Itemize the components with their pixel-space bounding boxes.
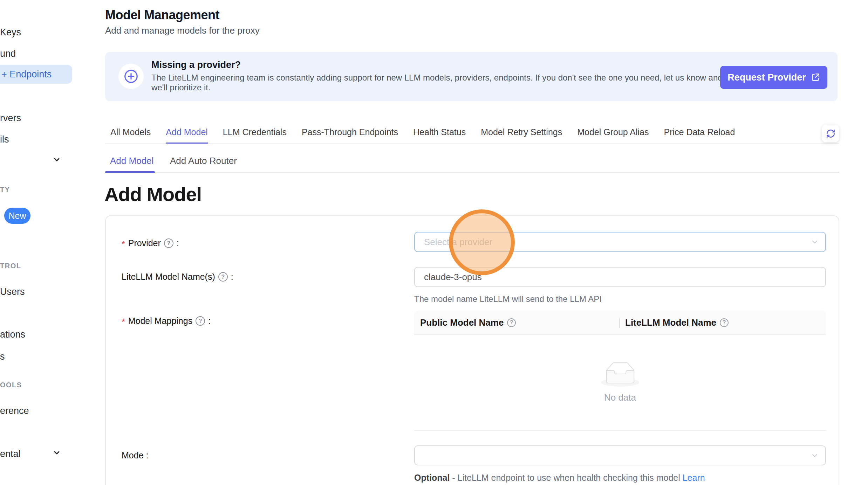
tab-llm-credentials[interactable]: LLM Credentials [223,127,287,143]
model-name-label: LiteLLM Model Name(s) ? : [122,272,233,282]
banner-title: Missing a provider? [151,60,241,70]
column-header-litellm-model-name: LiteLLM Model Name ? [619,311,826,334]
mode-select[interactable] [414,445,826,465]
sidebar-item-guardrails[interactable]: ils [0,134,9,145]
subtab-add-auto-router[interactable]: Add Auto Router [170,155,237,166]
inbox-icon [601,362,640,387]
new-badge[interactable]: New [4,208,30,224]
learn-link[interactable]: Learn [683,473,705,483]
tab-model-group-alias[interactable]: Model Group Alias [577,127,649,143]
mode-label: Mode : [122,450,149,460]
missing-provider-banner: Missing a provider? The LiteLLM engineer… [105,52,838,101]
add-model-form-card: * Provider ? : LiteLLM Model Name(s) ? :… [105,215,839,485]
refresh-button[interactable] [822,125,839,142]
provider-select-input[interactable] [415,233,825,251]
sidebar-item-reference[interactable]: erence [0,406,29,416]
sidebar-item-servers[interactable]: rvers [0,113,21,124]
sidebar-item-models-endpoints[interactable]: + Endpoints [0,65,72,84]
sidebar-section-label: TY [0,186,10,194]
sidebar-item-teams[interactable]: s [0,351,5,362]
model-tabs: All Models Add Model LLM Credentials Pas… [105,123,839,144]
tab-add-model[interactable]: Add Model [166,127,208,144]
sidebar-item-experimental[interactable]: ental [0,449,21,459]
chevron-down-icon[interactable] [53,449,61,457]
model-name-helper: The model name LiteLLM will send to the … [414,294,602,304]
sidebar-section-tools: OOLS [0,381,22,389]
mode-select-input[interactable] [415,446,825,465]
no-data-text: No data [604,392,636,403]
provider-label: * Provider ? : [122,238,179,248]
tab-all-models[interactable]: All Models [110,127,151,143]
help-icon[interactable]: ? [720,318,729,327]
page-subtitle: Add and manage models for the proxy [105,25,260,36]
external-link-icon [811,73,820,82]
required-mark: * [122,239,125,249]
model-name-input[interactable] [415,268,825,286]
banner-text-line2: we'll prioritize it. [151,83,211,92]
request-provider-label: Request Provider [727,72,806,83]
help-icon[interactable]: ? [218,272,228,282]
sidebar-item-organizations[interactable]: ations [0,329,25,340]
banner-text-line1: The LiteLLM engineering team is constant… [151,73,723,83]
model-management-page: Keys und + Endpoints rvers ils TY New TR… [0,0,868,485]
subtabs-divider [105,172,839,173]
tab-price-data-reload[interactable]: Price Data Reload [664,127,735,143]
model-mappings-label: * Model Mappings ? : [122,316,211,326]
chevron-down-icon [811,451,819,460]
sidebar-section-control: TROL [0,262,21,270]
sidebar-item-keys[interactable]: Keys [0,27,21,38]
tab-pass-through-endpoints[interactable]: Pass-Through Endpoints [302,127,398,143]
form-heading: Add Model [104,183,201,206]
refresh-icon [826,129,835,138]
plus-circle-icon [118,64,144,89]
table-empty-state: No data [414,335,826,431]
help-icon[interactable]: ? [196,316,205,326]
sidebar: Keys und + Endpoints rvers ils TY New TR… [0,0,105,485]
help-icon[interactable]: ? [164,238,173,248]
chevron-down-icon[interactable] [53,155,61,164]
sidebar-item-label: + Endpoints [1,69,52,80]
mode-helper: Optional - LiteLLM endpoint to use when … [414,473,705,483]
tab-health-status[interactable]: Health Status [413,127,466,143]
chevron-down-icon [811,238,819,246]
column-divider [619,318,620,328]
table-header: Public Model Name ? LiteLLM Model Name ? [414,311,826,335]
request-provider-button[interactable]: Request Provider [720,66,827,89]
required-mark: * [122,317,125,327]
help-icon[interactable]: ? [507,318,516,327]
sidebar-item-users[interactable]: Users [0,286,25,297]
model-mappings-table: Public Model Name ? LiteLLM Model Name ? [414,311,826,431]
tab-model-retry-settings[interactable]: Model Retry Settings [481,127,562,143]
subtab-add-model[interactable]: Add Model [110,155,153,166]
model-name-field[interactable] [414,267,826,287]
active-subtab-indicator [105,171,155,173]
provider-select[interactable] [414,232,826,252]
column-header-public-model-name: Public Model Name ? [414,311,619,334]
page-title: Model Management [105,8,219,22]
sidebar-item-playground[interactable]: und [0,48,16,59]
